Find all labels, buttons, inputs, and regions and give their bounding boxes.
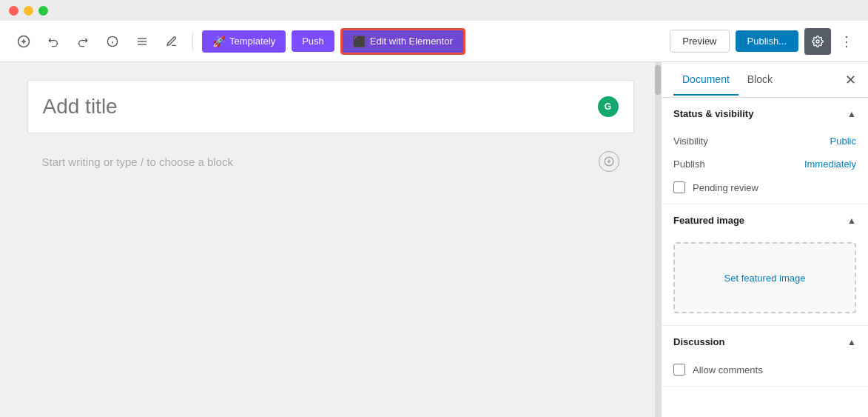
minimize-button[interactable] [24,6,33,16]
more-options-button[interactable]: ⋮ [837,33,856,50]
close-button[interactable] [9,6,18,16]
main-layout: G Start writing or type / to choose a bl… [0,62,868,417]
svg-point-9 [816,40,819,43]
set-featured-image-button[interactable]: Set featured image [673,242,856,313]
status-visibility-header[interactable]: Status & visibility ▲ [662,98,868,130]
editor-area: G Start writing or type / to choose a bl… [0,62,661,417]
settings-button[interactable] [804,28,831,55]
publish-button[interactable]: Publish... [736,30,798,52]
preview-button[interactable]: Preview [670,30,729,53]
add-block-inline-button[interactable] [599,151,619,172]
info-button[interactable] [101,30,124,53]
publish-label: Publish [673,159,705,170]
featured-image-chevron-icon: ▲ [847,216,856,226]
allow-comments-label: Allow comments [693,364,763,376]
visibility-value[interactable]: Public [830,136,856,147]
post-title-input[interactable] [43,95,598,119]
toolbar-divider [192,33,193,50]
maximize-button[interactable] [38,6,48,16]
publish-value[interactable]: Immediately [804,159,856,170]
allow-comments-checkbox[interactable] [673,364,685,376]
title-bar [0,0,868,21]
discussion-section: Discussion ▲ Allow comments [662,326,868,387]
allow-comments-row: Allow comments [662,358,868,386]
tab-document[interactable]: Document [673,64,739,96]
discussion-title: Discussion [673,336,724,347]
tools-button[interactable] [160,30,184,53]
pending-review-checkbox[interactable] [673,181,685,193]
tab-block[interactable]: Block [739,64,781,96]
grammarly-icon: G [598,96,619,117]
editor-scrollbar[interactable] [655,62,661,417]
publish-row: Publish Immediately [662,153,868,176]
content-placeholder: Start writing or type / to choose a bloc… [42,156,233,168]
push-button[interactable]: Push [292,30,334,52]
featured-image-header[interactable]: Featured image ▲ [662,204,868,236]
pending-review-label: Pending review [693,182,758,193]
pending-review-row: Pending review [662,176,868,204]
editor-scrollbar-thumb [655,65,661,95]
editor-content: G Start writing or type / to choose a bl… [27,80,634,184]
sidebar-close-button[interactable]: ✕ [845,72,856,88]
undo-button[interactable] [41,30,65,53]
add-block-toolbar-button[interactable] [12,30,36,53]
toolbar: 🚀 Templately Push ⬛ Edit with Elementor … [0,21,868,62]
status-visibility-title: Status & visibility [673,108,753,119]
block-navigation-button[interactable] [130,30,154,53]
discussion-header[interactable]: Discussion ▲ [662,326,868,358]
title-block[interactable]: G [27,80,634,133]
sidebar: Document Block ✕ Status & visibility ▲ V… [661,62,868,417]
status-visibility-chevron-icon: ▲ [847,109,856,119]
redo-button[interactable] [71,30,95,53]
visibility-label: Visibility [673,136,708,147]
sidebar-tabs: Document Block ✕ [662,62,868,98]
content-block: Start writing or type / to choose a bloc… [27,139,634,184]
featured-image-section: Featured image ▲ Set featured image [662,204,868,326]
templately-icon: 🚀 [212,36,225,47]
elementor-icon: ⬛ [353,36,366,47]
templately-button[interactable]: 🚀 Templately [202,30,286,53]
status-visibility-section: Status & visibility ▲ Visibility Public … [662,98,868,204]
discussion-chevron-icon: ▲ [847,337,856,347]
edit-with-elementor-button[interactable]: ⬛ Edit with Elementor [340,28,465,55]
featured-image-title: Featured image [673,215,744,226]
visibility-row: Visibility Public [662,130,868,153]
